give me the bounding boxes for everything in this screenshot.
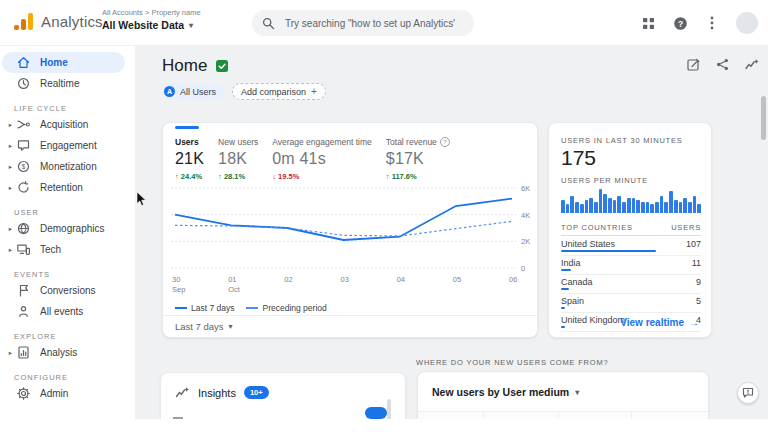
sidebar-item-label: Acquisition <box>40 119 88 130</box>
sidebar-item-label: Admin <box>40 388 68 399</box>
sidebar-item-label: Home <box>40 57 68 68</box>
legend-swatch-solid <box>175 307 187 309</box>
engagement-icon <box>16 138 31 153</box>
metric-value: $17K <box>386 150 450 168</box>
sidebar-item-all-events[interactable]: All events <box>2 301 125 322</box>
chevron-down-icon: ▾ <box>229 322 233 331</box>
main-content: Home A All Users Add comparison + <box>135 46 768 432</box>
minute-bar <box>599 189 603 213</box>
series-last-7-days <box>175 199 512 240</box>
search-bar[interactable] <box>252 10 474 36</box>
minute-bar <box>580 204 584 213</box>
metric-delta: ↑ 24.4% <box>175 172 204 181</box>
insights-title: Insights <box>198 387 236 399</box>
x-axis-tick: 04 <box>397 275 405 285</box>
breadcrumb: All Accounts > Property name <box>102 8 201 17</box>
y-axis-tick: 4K <box>521 211 530 220</box>
sidebar-item-admin[interactable]: Admin <box>2 383 125 404</box>
insights-count-badge[interactable]: 10+ <box>244 386 269 399</box>
sidebar-item-home[interactable]: Home <box>2 52 125 73</box>
insight-item-icon <box>173 409 183 419</box>
expand-caret-icon: ▸ <box>2 225 16 233</box>
page-scrollbar[interactable] <box>761 96 766 140</box>
minute-bar <box>627 198 631 213</box>
customize-report-icon[interactable] <box>687 58 700 71</box>
top-countries-header: TOP COUNTRIES USERS <box>561 223 701 236</box>
country-users: 5 <box>696 296 701 306</box>
account-switcher[interactable]: All Accounts > Property name All Website… <box>102 8 201 33</box>
country-users: 9 <box>696 277 701 287</box>
sidebar-item-label: Conversions <box>40 285 96 296</box>
add-comparison-chip[interactable]: Add comparison + <box>232 83 326 100</box>
country-bar <box>561 250 656 252</box>
sidebar-item-demographics[interactable]: ▸Demographics <box>2 218 125 239</box>
feedback-bubble-icon <box>742 387 754 399</box>
sidebar-item-realtime[interactable]: Realtime <box>2 73 125 94</box>
analytics-home-link[interactable]: Analytics <box>14 12 103 30</box>
minute-bar <box>660 196 664 213</box>
users-per-minute-chart <box>561 187 701 213</box>
metric-average-engagement-time[interactable]: Average engagement time0m 41s↓ 19.5% <box>272 137 372 181</box>
new-users-selector-label: New users by User medium <box>432 386 569 398</box>
minute-bar <box>693 196 697 213</box>
metric-label-text: Average engagement time <box>272 137 372 147</box>
sidebar-item-acquisition[interactable]: ▸Acquisition <box>2 114 125 135</box>
feedback-button[interactable] <box>737 382 759 404</box>
metric-label-text: New users <box>218 137 258 147</box>
minute-bar <box>679 202 683 213</box>
svg-text:?: ? <box>677 18 682 28</box>
view-realtime-link[interactable]: View realtime → <box>620 317 699 328</box>
view-realtime-label: View realtime <box>620 317 684 328</box>
sidebar-item-conversions[interactable]: Conversions <box>2 280 125 301</box>
y-axis-tick: 6K <box>521 184 530 193</box>
sidebar-item-retention[interactable]: ▸Retention <box>2 177 125 198</box>
user-avatar[interactable] <box>736 12 758 34</box>
minute-bar <box>589 198 593 213</box>
y-axis-tick: 2K <box>521 237 530 246</box>
sidebar-item-engagement[interactable]: ▸Engagement <box>2 135 125 156</box>
svg-text:$: $ <box>22 163 26 170</box>
person-icon <box>16 304 31 319</box>
country-row-india: India11 <box>561 256 701 275</box>
minute-bar <box>617 196 621 213</box>
insights-sparkline-icon <box>175 386 190 399</box>
sidebar-item-label: Tech <box>40 244 61 255</box>
kebab-menu-icon[interactable] <box>704 15 720 31</box>
metric-label-text: Users <box>175 137 199 147</box>
sidebar-item-tech[interactable]: ▸Tech <box>2 239 125 260</box>
comparison-badge-a: A <box>164 86 175 97</box>
help-icon[interactable]: ? <box>672 15 688 31</box>
metric-new-users[interactable]: New users18K↑ 28.1% <box>218 137 258 181</box>
help-icon[interactable]: ? <box>440 137 450 147</box>
date-range-selector[interactable]: Last 7 days ▾ <box>175 321 233 332</box>
minute-bar <box>655 202 659 213</box>
minute-bar <box>683 198 687 213</box>
sidebar-item-analysis[interactable]: ▸Analysis <box>2 342 125 363</box>
country-row-canada: Canada9 <box>561 275 701 294</box>
country-name: Spain <box>561 296 584 306</box>
all-users-chip-label: All Users <box>180 87 216 97</box>
minute-bar <box>622 202 626 213</box>
country-name: Canada <box>561 277 593 287</box>
country-name: United Kingdom <box>561 315 625 325</box>
monetization-icon: $ <box>16 159 31 174</box>
all-users-chip[interactable]: A All Users <box>162 84 224 99</box>
country-bar <box>561 288 569 290</box>
share-icon[interactable] <box>716 58 729 71</box>
expand-caret-icon: ▸ <box>2 121 16 129</box>
page-title: Home <box>162 56 207 76</box>
new-users-dimension-selector[interactable]: New users by User medium ▾ <box>432 386 579 398</box>
minute-bar <box>585 200 589 213</box>
sidebar-item-monetization[interactable]: ▸$Monetization <box>2 156 125 177</box>
clock-icon <box>16 76 31 91</box>
insights-header: Insights 10+ <box>175 386 269 399</box>
apps-grid-icon[interactable] <box>640 15 656 31</box>
metric-users[interactable]: Users21K↑ 24.4% <box>175 137 204 181</box>
sidebar-item-label: Realtime <box>40 78 79 89</box>
arrow-right-icon: → <box>689 317 699 328</box>
metric-total-revenue[interactable]: Total revenue?$17K↑ 117.6% <box>386 137 450 181</box>
minute-bar <box>561 200 565 213</box>
search-input[interactable] <box>283 17 457 30</box>
minute-bar <box>594 202 598 213</box>
insights-sparkline-icon[interactable] <box>745 58 758 71</box>
